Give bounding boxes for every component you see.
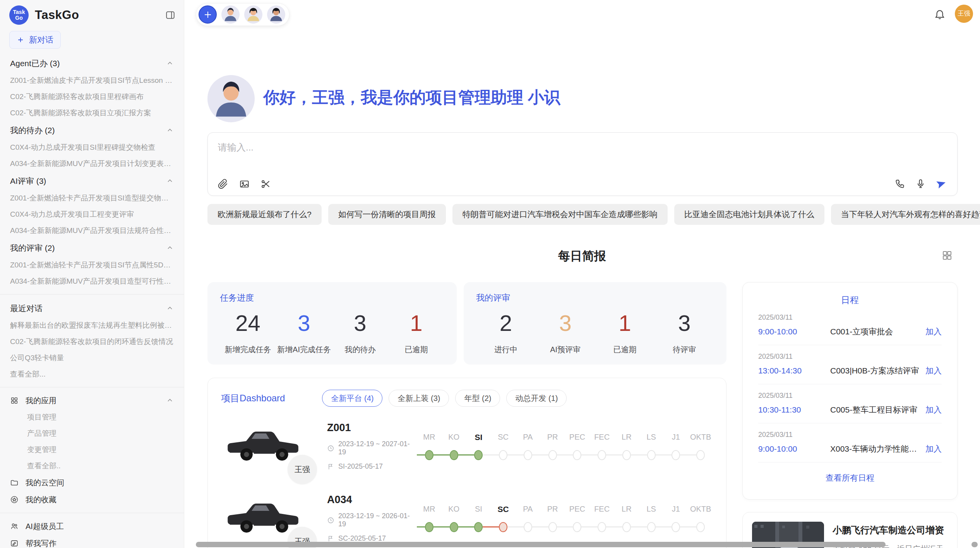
recent-chat-item[interactable]: 公司Q3轻卡销量 — [10, 350, 174, 366]
stat-value: 1 — [388, 310, 444, 336]
sidebar-item-cloud-space[interactable]: 我的云空间 — [0, 474, 184, 491]
project-row[interactable]: 王强Z0012023-12-19 ~ 2027-01-19SI-2025-05-… — [208, 409, 726, 481]
sidebar-task-item[interactable]: A034-全新新能源MUV产品开发项目法规符合性评审 — [10, 223, 174, 239]
phone-icon[interactable] — [895, 178, 905, 189]
dashboard-filter-pill[interactable]: 全新上装 (3) — [389, 390, 449, 407]
section-my-review[interactable]: 我的评审 (2) — [10, 239, 174, 257]
clock-icon — [327, 517, 334, 524]
dashboard-filter-pill[interactable]: 动总开发 (1) — [506, 390, 567, 407]
sidebar-task-item[interactable]: C0X4-动力总成开发项目SI里程碑提交物检查 — [10, 139, 174, 156]
microphone-icon[interactable] — [915, 178, 926, 189]
section-agent-done[interactable]: Agent已办 (3) — [10, 54, 174, 72]
image-icon[interactable] — [239, 179, 250, 189]
new-chat-label: 新对话 — [29, 34, 53, 45]
sidebar-task-item[interactable]: C02-飞腾新能源轻客改款项目里程碑画布 — [10, 89, 174, 105]
sidebar-item-help-write[interactable]: 帮我写作 — [0, 535, 184, 548]
scrollbar-thumb[interactable] — [196, 542, 886, 547]
milestone-node — [672, 450, 680, 460]
suggestion-chip[interactable]: 如何写一份清晰的项目周报 — [328, 204, 446, 225]
chevron-up-icon[interactable] — [166, 244, 174, 252]
suggestion-chip[interactable]: 当下年轻人对汽车外观有怎样的喜好趋势 — [831, 204, 980, 225]
app-title: TaskGo — [35, 8, 159, 22]
agent-avatar[interactable] — [221, 5, 240, 24]
section-recent-chats[interactable]: 最近对话 — [10, 299, 174, 317]
my-review-card: 我的评审 2 进行中 3 AI预评审 — [464, 282, 726, 365]
view-all-schedule-link[interactable]: 查看所有日程 — [758, 473, 942, 483]
dashboard-filter-pill[interactable]: 年型 (2) — [455, 390, 500, 407]
sidebar-app-item[interactable]: 项目管理 — [0, 409, 184, 425]
milestone: KO — [442, 505, 466, 533]
project-row[interactable]: 王强A0342023-12-19 ~ 2026-01-19SC-2025-05-… — [208, 481, 726, 548]
new-chat-button[interactable]: 新对话 — [9, 31, 61, 49]
join-link[interactable]: 加入 — [925, 444, 942, 454]
send-icon[interactable] — [936, 178, 947, 189]
milestone: MR — [417, 505, 442, 533]
scissors-icon[interactable] — [260, 179, 271, 189]
milestone-node — [450, 450, 458, 460]
milestone-label: SC — [498, 433, 509, 445]
agent-avatar[interactable] — [244, 5, 262, 24]
chevron-up-icon[interactable] — [166, 177, 174, 185]
notification-bell-icon[interactable] — [934, 8, 946, 20]
suggestion-chips: 欧洲新规最近颁布了什么?如何写一份清晰的项目周报特朗普可能对进口汽车增税会对中国… — [207, 204, 958, 225]
stat-value: 2 — [476, 310, 536, 336]
stat-value: 1 — [595, 310, 655, 336]
section-ai-review[interactable]: AI评审 (3) — [10, 172, 174, 190]
suggestion-chip[interactable]: 特朗普可能对进口汽车增税会对中国车企造成哪些影响 — [452, 204, 668, 225]
sidebar-collapse-icon[interactable] — [165, 10, 175, 20]
recent-chat-item[interactable]: C02-飞腾新能源轻客改款项目的闭环通告反馈情况 — [10, 334, 174, 350]
stat-label: 已逾期 — [388, 344, 444, 355]
project-code: A034 — [327, 494, 417, 506]
milestone-label: SC — [498, 505, 509, 517]
project-dates: 2023-12-19 ~ 2026-01-19 — [338, 512, 417, 528]
suggestion-chip[interactable]: 欧洲新规最近颁布了什么? — [207, 204, 322, 225]
sidebar-task-item[interactable]: Z001-全新燃油轻卡产品开发项目SI节点属性5D文件评审 — [10, 257, 174, 273]
sidebar-item-favorites[interactable]: 我的收藏 — [0, 491, 184, 508]
milestone-node — [524, 450, 532, 460]
user-avatar[interactable]: 王强 — [955, 5, 973, 23]
chevron-up-icon[interactable] — [166, 397, 174, 404]
clock-icon — [327, 445, 334, 452]
sidebar-item-ai-super-staff[interactable]: AI超级员工 — [0, 518, 184, 535]
agent-avatar[interactable] — [267, 5, 285, 24]
recent-chat-item[interactable]: 查看全部... — [10, 366, 174, 382]
stat: 2 进行中 — [476, 310, 536, 355]
recent-chat-item[interactable]: 解释最新出台的欧盟报废车法规再生塑料比例被调至15%... — [10, 317, 174, 334]
milestone-label: KO — [448, 505, 459, 517]
dashboard-title: 项目Dashboard — [221, 392, 285, 404]
sidebar-task-item[interactable]: A034-全新新能源MUV产品开发项目计划变更表编写 — [10, 156, 174, 172]
sidebar-task-item[interactable]: Z001-全新燃油皮卡产品开发项目SI节点Lesson Learn报告 — [10, 72, 174, 89]
task-progress-card: 任务进度 24 新增完成任务 3 新增AI完成任务 — [207, 282, 457, 365]
attachment-icon[interactable] — [218, 179, 228, 189]
sidebar-task-item[interactable]: Z001-全新燃油轻卡产品开发项目SI造型提交物评审 — [10, 190, 174, 206]
milestone-node — [598, 522, 606, 532]
milestone: J1 — [664, 505, 689, 533]
add-agent-button[interactable] — [199, 5, 217, 24]
sidebar-item-my-apps[interactable]: 我的应用 — [0, 392, 184, 409]
sidebar-app-item[interactable]: 查看全部.. — [0, 458, 184, 474]
stat: 24 新增完成任务 — [220, 310, 276, 355]
join-link[interactable]: 加入 — [925, 404, 942, 415]
sidebar-task-item[interactable]: A034-全新新能源MUV产品开发项目造型可行性评审 — [10, 273, 174, 289]
chat-input[interactable] — [208, 133, 957, 168]
section-my-todo[interactable]: 我的待办 (2) — [10, 121, 174, 139]
milestone-node — [499, 522, 507, 532]
schedule-card: 日程 2025/03/11 9:00-10:00 C001-立项审批会 加入 2… — [742, 282, 958, 500]
sidebar-app-item[interactable]: 变更管理 — [0, 442, 184, 458]
sidebar-task-item[interactable]: C02-飞腾新能源轻客改款项目立项汇报方案 — [10, 105, 174, 121]
sidebar-app-item[interactable]: 产品管理 — [0, 425, 184, 442]
chevron-up-icon[interactable] — [166, 127, 174, 134]
suggestion-chip[interactable]: 比亚迪全固态电池计划具体说了什么 — [674, 204, 824, 225]
dashboard-filter-pill[interactable]: 全新平台 (4) — [322, 390, 382, 407]
chevron-up-icon[interactable] — [166, 60, 174, 67]
chevron-up-icon[interactable] — [166, 305, 174, 312]
event-name: X003-车辆动力学性能验... — [830, 444, 920, 454]
milestone-label: KO — [448, 433, 459, 445]
milestone-label: FEC — [594, 505, 610, 517]
join-link[interactable]: 加入 — [925, 365, 942, 376]
sidebar-task-item[interactable]: C0X4-动力总成开发项目工程变更评审 — [10, 206, 174, 223]
layout-grid-icon[interactable] — [941, 250, 953, 261]
schedule-event: 2025/03/11 13:00-14:30 C003|H0B-方案冻结评审 加… — [758, 345, 942, 384]
milestone-node — [647, 522, 656, 532]
join-link[interactable]: 加入 — [925, 326, 942, 337]
